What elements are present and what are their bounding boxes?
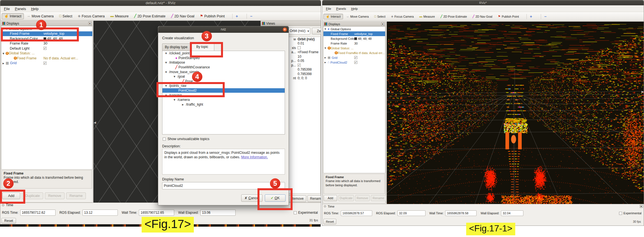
topic-pointstamped[interactable]: ●PointStamped <box>162 56 285 61</box>
tool-−[interactable]: − <box>536 13 550 20</box>
expander-icon[interactable]: ▸ <box>325 61 328 64</box>
tool-+[interactable]: + <box>522 13 536 20</box>
topic--initialpose[interactable]: ▾/initialpose <box>162 60 285 65</box>
rename-button[interactable]: Rename <box>307 195 321 202</box>
time-panel-header[interactable]: ⊙ Time ■ <box>322 204 644 208</box>
tree-row-fixed-frame[interactable]: !Fixed FrameNo tf data. Actual err... <box>323 50 385 55</box>
topic--goal[interactable]: ▾/goal <box>162 74 285 79</box>
expander-icon[interactable]: ▾ <box>3 51 6 55</box>
expander-icon[interactable]: ▸ <box>182 103 186 106</box>
topic-posewithcovariance[interactable]: ╱PoseWithCovariance <box>162 65 285 70</box>
tree-row-grid[interactable]: ▸▦Grid✓ <box>323 55 385 60</box>
tree-row-frame-rate[interactable]: Frame Rate30 <box>323 41 385 46</box>
tool-select[interactable]: □Select <box>57 13 75 19</box>
checkbox-icon[interactable]: ✓ <box>298 64 301 67</box>
field-input-wall-time-[interactable]: 1655790712.65 <box>139 210 174 216</box>
close-icon[interactable]: ■ <box>640 205 643 208</box>
menu-file[interactable]: File <box>4 6 10 12</box>
tool-publish-point[interactable]: ⚑Publish Point <box>495 14 521 19</box>
topic--traffic-light[interactable]: ▸/traffic_light <box>162 102 285 107</box>
measure-icon: ▬ <box>419 15 422 18</box>
menu-help[interactable]: Help <box>31 6 39 12</box>
tree-row-global-status-[interactable]: ▾!Global Status: ... <box>1 51 92 56</box>
tree-row-frame-rate[interactable]: Frame Rate30 <box>1 41 92 46</box>
tool-focus-camera[interactable]: ◈Focus Camera <box>388 14 416 19</box>
add-button[interactable]: Add <box>324 195 337 201</box>
displays-panel-title: Displays <box>6 22 19 25</box>
tool-measure[interactable]: ▬Measure <box>417 14 437 19</box>
tree-row-fixed-frame[interactable]: !Fixed FrameNo tf data. Actual err... <box>1 56 92 61</box>
reset-button[interactable]: Reset <box>1 218 16 224</box>
expander-icon[interactable]: ▾ <box>174 98 178 102</box>
checkbox-icon[interactable]: ✓ <box>43 62 47 65</box>
close-icon[interactable]: ✕ <box>283 27 287 32</box>
expander-icon[interactable]: ▸ <box>3 61 6 65</box>
menu-panels[interactable]: Panels <box>336 5 346 12</box>
menu-panels[interactable]: Panels <box>15 6 26 12</box>
tree-row-global-options[interactable]: ▾●Global Options <box>323 27 385 31</box>
close-icon[interactable]: ■ <box>381 22 384 25</box>
tree-row-fixed-frame[interactable]: Fixed Framevelodyne_top <box>323 31 385 36</box>
expander-icon[interactable]: ▾ <box>325 27 328 31</box>
tool-2d-pose-estimate[interactable]: ╱2D Pose Estimate <box>438 14 469 19</box>
pointcloud-canvas[interactable] <box>387 22 644 204</box>
checkbox-icon[interactable]: ✓ <box>354 56 357 59</box>
field-input-wall-elapsed-[interactable]: 32.04 <box>501 210 523 216</box>
tree-row-pointcloud2[interactable]: ▸∴PointCloud2✓ <box>323 60 385 65</box>
panel-collapse-handle[interactable]: ◀ <box>94 121 96 124</box>
expander-icon[interactable]: ▾ <box>165 51 169 55</box>
tree-row-global-status-[interactable]: ▾!Global Status: ... <box>323 46 385 50</box>
expander-icon[interactable]: ▸ <box>325 56 328 59</box>
experimental-checkbox[interactable]: Experimental <box>294 211 318 215</box>
tool-−[interactable]: − <box>242 13 256 20</box>
viewport-3d-right[interactable] <box>387 22 644 204</box>
field-input-ros-time-[interactable]: 1655790712.62 <box>20 210 56 216</box>
expander-icon[interactable]: ▾ <box>165 70 169 74</box>
expander-icon[interactable]: ▾ <box>325 46 328 50</box>
tool-+[interactable]: + <box>228 13 242 20</box>
tree-row-background-color[interactable]: Background Color48; 48; 48 <box>323 36 385 41</box>
tool-publish-point[interactable]: ⚑Publish Point <box>197 13 227 19</box>
field-input-ros-elapsed-[interactable]: 13.12 <box>82 210 118 216</box>
field-input-wall-elapsed-[interactable]: 13.06 <box>200 210 236 216</box>
tree-row-default-light[interactable]: Default Light✓ <box>1 46 92 51</box>
tool-2d-pose-estimate[interactable]: ╱2D Pose Estimate <box>132 13 168 19</box>
tool-2d-nav-goal[interactable]: ╱2D Nav Goal <box>470 14 495 19</box>
close-icon[interactable]: ■ <box>88 22 91 25</box>
zero-button[interactable]: Zero <box>312 28 321 34</box>
menu-file[interactable]: File <box>326 5 331 12</box>
more-information-link[interactable]: More Information. <box>241 155 268 159</box>
field-input-ros-time-[interactable]: 1655862878.57 <box>341 210 372 216</box>
topic--move-base-simple[interactable]: ▾/move_base_simple <box>162 69 285 74</box>
displays-panel-header[interactable]: Displays ■ <box>323 22 385 26</box>
reset-button[interactable]: Reset <box>323 219 336 224</box>
views-panel-header[interactable]: Views <box>261 21 321 26</box>
tool-label: Interact <box>331 15 341 18</box>
topic--clicked-point[interactable]: ▾/clicked_point <box>162 51 285 56</box>
expander-icon[interactable]: ▾ <box>165 61 169 64</box>
tool-2d-nav-goal[interactable]: ╱2D Nav Goal <box>169 13 197 19</box>
tool-move-camera[interactable]: ↔Move Camera <box>344 14 371 19</box>
checkbox-icon[interactable]: ✓ <box>43 47 47 50</box>
panel-collapse-handle-right[interactable]: ▶ <box>641 90 644 94</box>
tool-interact[interactable]: ☝Interact <box>323 14 343 19</box>
field-input-ros-elapsed-[interactable]: 32.09 <box>397 210 426 216</box>
menu-help[interactable]: Help <box>351 5 358 12</box>
panel-collapse-handle[interactable]: ◀ <box>387 90 390 94</box>
tool-move-camera[interactable]: ↔Move Camera <box>24 13 56 19</box>
annotation-badge-3: 3 <box>202 31 212 41</box>
checkbox-icon[interactable] <box>298 46 301 49</box>
expander-icon[interactable]: ▾ <box>174 75 178 78</box>
tab-by-display-type[interactable]: By display type <box>162 43 190 51</box>
tool-measure[interactable]: ▬Measure <box>108 13 131 19</box>
displays-panel-header[interactable]: Displays ■ <box>1 21 93 26</box>
tool-focus-camera[interactable]: ◈Focus Camera <box>75 13 107 19</box>
topic--camera[interactable]: ▾/camera <box>162 97 285 102</box>
tree-row-grid[interactable]: ▸▦Grid✓ <box>1 61 92 66</box>
show-unvisualizable-checkbox[interactable]: Show unvisualizable topics <box>163 137 209 141</box>
tool-interact[interactable]: ☝Interact <box>2 13 24 19</box>
field-input-wall-time-[interactable]: 1655862878.58 <box>445 210 477 216</box>
checkbox-icon[interactable]: ✓ <box>354 61 357 64</box>
tool-select[interactable]: □Select <box>372 14 388 19</box>
experimental-checkbox[interactable]: Experimental <box>619 212 641 215</box>
